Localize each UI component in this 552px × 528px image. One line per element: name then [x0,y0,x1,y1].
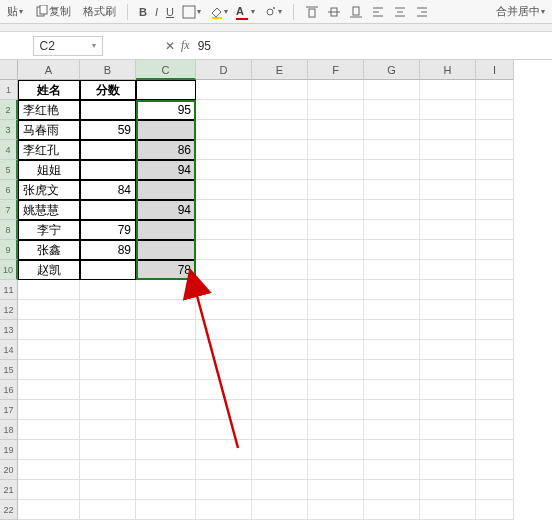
cell[interactable]: 张虎文 [18,180,80,200]
cell[interactable] [18,380,80,400]
cell[interactable] [196,320,252,340]
cell[interactable] [80,200,136,220]
cell[interactable] [252,360,308,380]
cell[interactable] [252,80,308,100]
cell[interactable] [252,300,308,320]
cell[interactable] [196,440,252,460]
cell[interactable]: 姐姐 [18,160,80,180]
cell[interactable] [476,240,514,260]
cell[interactable] [364,380,420,400]
row-header[interactable]: 22 [0,500,18,520]
cell[interactable] [196,400,252,420]
cell[interactable] [252,240,308,260]
cell[interactable]: 姚慧慧 [18,200,80,220]
row-header[interactable]: 20 [0,460,18,480]
cell[interactable] [364,480,420,500]
cell[interactable] [364,240,420,260]
cell[interactable] [308,380,364,400]
cell[interactable] [364,500,420,520]
cell[interactable] [18,420,80,440]
cell[interactable] [196,100,252,120]
cell[interactable] [196,80,252,100]
cell[interactable] [420,240,476,260]
cell[interactable] [136,440,196,460]
row-header[interactable]: 13 [0,320,18,340]
cell[interactable] [476,280,514,300]
cell[interactable] [308,180,364,200]
cell[interactable]: 59 [80,120,136,140]
cell[interactable] [196,500,252,520]
cell[interactable] [364,260,420,280]
cell[interactable] [420,340,476,360]
cell[interactable] [80,140,136,160]
cell[interactable] [364,180,420,200]
row-header[interactable]: 2 [0,100,18,120]
cell[interactable] [364,360,420,380]
row-header[interactable]: 3 [0,120,18,140]
cell[interactable] [196,220,252,240]
cell[interactable] [136,80,196,100]
cell[interactable] [18,280,80,300]
row-header[interactable]: 4 [0,140,18,160]
row-header[interactable]: 14 [0,340,18,360]
cell[interactable] [308,200,364,220]
row-header[interactable]: 12 [0,300,18,320]
col-header-I[interactable]: I [476,60,514,80]
format-painter-button[interactable]: 格式刷 [80,2,119,22]
cell[interactable] [308,400,364,420]
cell[interactable] [364,220,420,240]
cell[interactable] [252,440,308,460]
cell[interactable] [136,400,196,420]
copy-button[interactable]: 复制 [32,2,74,22]
cell[interactable] [308,220,364,240]
cell[interactable] [80,320,136,340]
cell[interactable] [308,300,364,320]
cell[interactable] [196,420,252,440]
cell[interactable] [364,140,420,160]
cell[interactable]: 86 [136,140,196,160]
cell[interactable]: 94 [136,200,196,220]
cell[interactable] [80,280,136,300]
cell[interactable] [308,100,364,120]
cell[interactable] [420,460,476,480]
cell[interactable] [476,420,514,440]
col-header-H[interactable]: H [420,60,476,80]
border-button[interactable]: ▾ [179,2,204,22]
cell[interactable] [136,220,196,240]
cell[interactable] [476,380,514,400]
cell[interactable] [476,220,514,240]
cell[interactable] [476,100,514,120]
cell[interactable] [364,80,420,100]
cell[interactable] [252,280,308,300]
cell[interactable] [420,220,476,240]
col-header-C[interactable]: C [136,60,196,80]
cell[interactable]: 89 [80,240,136,260]
cell[interactable] [420,280,476,300]
cell[interactable] [252,340,308,360]
cell[interactable] [252,100,308,120]
cell[interactable] [420,120,476,140]
cell[interactable] [252,480,308,500]
cell[interactable]: 张鑫 [18,240,80,260]
cell[interactable] [252,400,308,420]
cell[interactable] [420,500,476,520]
cell[interactable] [420,80,476,100]
cell[interactable] [364,340,420,360]
align-bottom-button[interactable] [346,2,366,22]
cell[interactable] [252,420,308,440]
cell[interactable]: 79 [80,220,136,240]
col-header-F[interactable]: F [308,60,364,80]
row-header[interactable]: 18 [0,420,18,440]
cell[interactable] [364,200,420,220]
cell[interactable] [196,280,252,300]
cell[interactable] [308,160,364,180]
cell[interactable] [80,160,136,180]
spreadsheet-grid[interactable]: A B C D E F G H I 1234567891011121314151… [0,60,552,528]
cell[interactable] [136,420,196,440]
cell[interactable] [308,340,364,360]
cell[interactable] [420,420,476,440]
cell[interactable] [136,340,196,360]
cell[interactable] [18,320,80,340]
cell[interactable] [196,340,252,360]
cell[interactable] [18,300,80,320]
